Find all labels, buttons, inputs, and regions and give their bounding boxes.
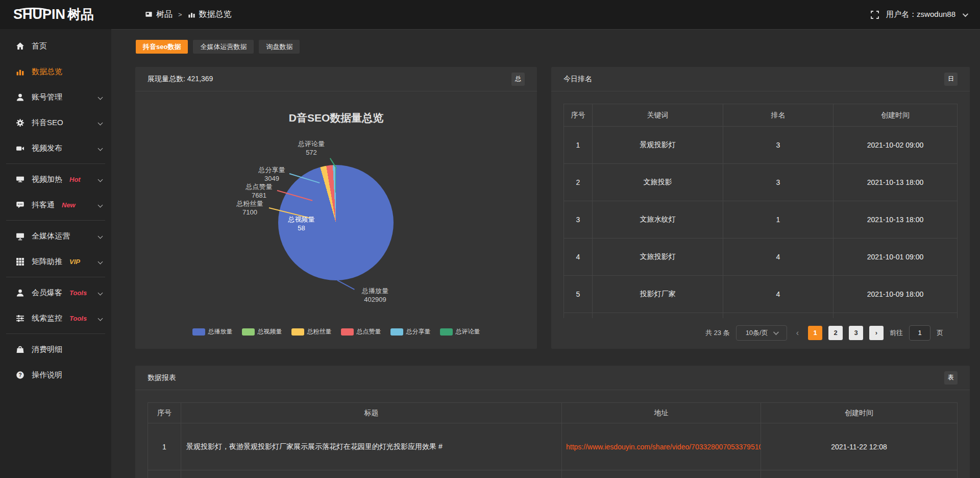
legend-item-fans[interactable]: 总粉丝量 — [291, 327, 332, 336]
sidebar-divider — [6, 163, 105, 164]
gear-icon — [15, 118, 24, 127]
breadcrumb-root[interactable]: 树品 — [156, 9, 173, 20]
next-page-button[interactable]: › — [869, 326, 884, 340]
sidebar-item-help[interactable]: ? 操作说明 — [0, 362, 111, 388]
tab-douyin-seo-data[interactable]: 抖音seo数据 — [136, 40, 188, 54]
sidebar-item-account[interactable]: 账号管理 — [0, 84, 111, 110]
prev-page-button[interactable]: ‹ — [793, 328, 802, 338]
sidebar-item-label: 会员爆客 — [32, 288, 62, 298]
user-icon — [15, 92, 24, 102]
cell-rank: 4 — [723, 238, 834, 276]
tab-media-operation-data[interactable]: 全媒体运营数据 — [193, 40, 254, 54]
svg-text:?: ? — [18, 372, 21, 377]
pie-label-plays: 总播放量402909 — [350, 286, 401, 304]
sidebar-item-label: 数据总览 — [32, 67, 62, 77]
sidebar-divider — [6, 220, 105, 221]
pie-label-fans: 总粉丝量7100 — [228, 199, 272, 217]
page-button-2[interactable]: 2 — [828, 326, 843, 340]
chevron-down-icon — [98, 177, 103, 182]
sidebar-item-data-overview[interactable]: 数据总览 — [0, 59, 111, 84]
page-button-1[interactable]: 1 — [808, 326, 822, 340]
pie-label-videos: 总视频量58 — [280, 215, 323, 232]
page-size-select[interactable]: 10条/页 — [736, 325, 787, 341]
member-icon — [15, 288, 24, 297]
chevron-down-icon — [98, 290, 103, 295]
home-icon — [15, 41, 24, 51]
sidebar-item-clue-monitor[interactable]: 线索监控 Tools — [0, 305, 111, 331]
video-publish-icon — [15, 144, 24, 153]
rank-panel-header: 今日排名 日 — [551, 67, 970, 91]
cell-created: 2021-10-09 18:00 — [834, 276, 958, 313]
seo-chart-panel: 展现量总数: 421,369 总 D音SEO数据量总览 总评论量572 总分享量… — [135, 67, 537, 349]
daily-view-button[interactable]: 日 — [944, 73, 958, 86]
cell-created: 2021-10-13 18:00 — [834, 201, 958, 238]
pagination: 共 23 条 10条/页 ‹ 1 2 3 › 前往 页 — [564, 318, 958, 341]
bar-chart-icon — [15, 67, 24, 76]
cell-keyword: 文旅水纹灯 — [593, 201, 723, 238]
cell-keyword: 文旅投影灯 — [593, 238, 723, 276]
main-content: 抖音seo数据 全媒体运营数据 询盘数据 展现量总数: 421,369 总 D音… — [111, 29, 980, 478]
legend-item-plays[interactable]: 总播放量 — [192, 327, 233, 336]
total-view-button[interactable]: 总 — [511, 73, 525, 86]
report-table-header-row: 序号 标题 地址 创建时间 — [148, 403, 958, 423]
vip-badge: VIP — [69, 258, 80, 266]
monitor-icon — [15, 231, 24, 241]
sidebar-item-member-burst[interactable]: 会员爆客 Tools — [0, 280, 111, 305]
column-header: 标题 — [181, 403, 562, 423]
report-table: 序号 标题 地址 创建时间 1 景观投影灯，夜游景观投影灯厂家展示展示落花灯在花… — [148, 402, 958, 478]
fullscreen-icon[interactable] — [871, 11, 879, 19]
cell-rank: 3 — [723, 127, 834, 164]
logo-arc — [15, 8, 51, 16]
sidebar-item-label: 抖音SEO — [32, 118, 63, 128]
legend-item-shares[interactable]: 总分享量 — [390, 327, 431, 336]
column-header: 序号 — [564, 104, 593, 127]
sidebar-item-media-operation[interactable]: 全媒体运营 — [0, 223, 111, 249]
chart-legend: 总播放量 总视频量 总粉丝量 总点赞量 总分享量 总评论量 — [135, 327, 537, 336]
cell-index: 2 — [564, 164, 593, 201]
bar-chart-icon — [188, 11, 195, 18]
sidebar-item-douketong[interactable]: 抖客通 New — [0, 192, 111, 218]
sidebar-item-label: 抖客通 — [32, 200, 55, 210]
username-label[interactable]: 用户名：zswodun88 — [886, 10, 955, 19]
sidebar-divider — [6, 333, 105, 334]
column-header: 创建时间 — [834, 104, 958, 127]
user-menu-chevron-icon[interactable] — [963, 11, 968, 16]
table-view-button[interactable]: 表 — [944, 371, 958, 385]
legend-swatch — [341, 328, 354, 336]
table-row: 1 景观投影灯，夜游景观投影灯厂家展示展示落花灯在花园里的灯光投影应用效果 # … — [148, 423, 958, 470]
goto-page-input[interactable] — [909, 325, 930, 341]
cell-created: 2021-10-01 09:00 — [834, 238, 958, 276]
pie-label-shares: 总分享量3049 — [250, 165, 293, 183]
chevron-down-icon — [773, 329, 778, 334]
video-link[interactable]: https://www.iesdouyin.com/share/video/70… — [566, 443, 761, 451]
sidebar-item-douyin-seo[interactable]: 抖音SEO — [0, 110, 111, 135]
app-root: SHUPIN 树品 树品 > 数据总览 用户名：zswodun88 首页 — [0, 0, 980, 478]
tab-inquiry-data[interactable]: 询盘数据 — [259, 40, 300, 54]
hot-badge: Hot — [69, 176, 81, 183]
cell-rank: 4 — [723, 276, 834, 313]
sidebar: 首页 数据总览 账号管理 抖音SEO 视频发布 视频加热 Hot — [0, 29, 111, 478]
chart-panel-header: 展现量总数: 421,369 总 — [135, 67, 537, 91]
page-button-3[interactable]: 3 — [849, 326, 863, 340]
sidebar-item-home[interactable]: 首页 — [0, 33, 111, 59]
column-header: 地址 — [562, 403, 761, 423]
table-row: 5投影灯厂家42021-10-09 18:00 — [564, 276, 958, 313]
column-header: 关键词 — [593, 104, 723, 127]
cell-keyword: 文旅投影 — [593, 164, 723, 201]
sliders-icon — [15, 314, 24, 323]
legend-item-videos[interactable]: 总视频量 — [242, 327, 282, 336]
legend-item-likes[interactable]: 总点赞量 — [341, 327, 381, 336]
sidebar-item-label: 线索监控 — [32, 314, 62, 323]
legend-swatch — [390, 328, 403, 336]
rank-table-header-row: 序号 关键词 排名 创建时间 — [564, 104, 958, 127]
chevron-down-icon — [98, 120, 103, 125]
cell-rank: 1 — [723, 201, 834, 238]
chat-icon — [15, 200, 24, 209]
sidebar-item-video-heat[interactable]: 视频加热 Hot — [0, 166, 111, 192]
sidebar-item-label: 消费明细 — [32, 345, 62, 354]
legend-item-comments[interactable]: 总评论量 — [440, 327, 480, 336]
legend-swatch — [192, 328, 205, 336]
sidebar-item-consume-detail[interactable]: 消费明细 — [0, 337, 111, 362]
sidebar-item-matrix-boost[interactable]: 矩阵助推 VIP — [0, 249, 111, 274]
sidebar-item-video-publish[interactable]: 视频发布 — [0, 135, 111, 161]
